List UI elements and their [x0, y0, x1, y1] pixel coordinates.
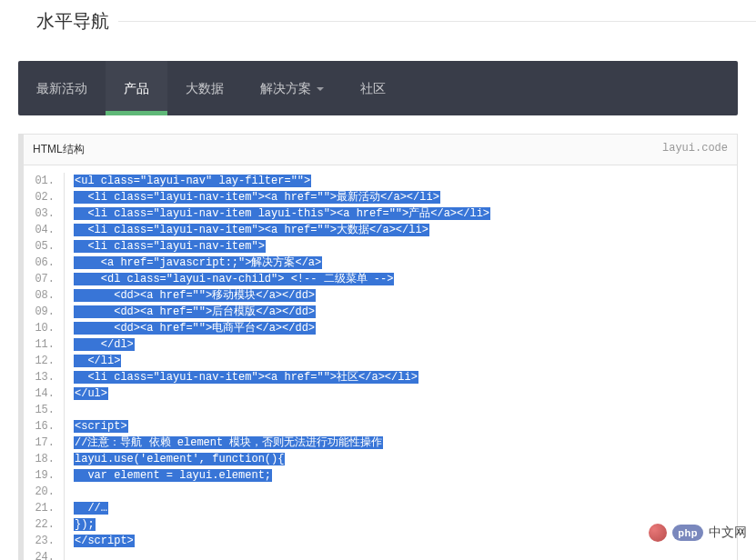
code-header: HTML结构 layui.code — [24, 135, 737, 165]
line-content[interactable]: </script> — [65, 533, 144, 549]
code-line: 11. </dl> — [24, 336, 737, 353]
nav-item-1[interactable]: 产品 — [106, 61, 167, 115]
code-line: 17.//注意：导航 依赖 element 模块，否则无法进行功能性操作 — [24, 435, 737, 451]
nav-item-2[interactable]: 大数据 — [167, 61, 242, 115]
code-title: HTML结构 — [33, 142, 85, 157]
code-block: HTML结构 layui.code 01.<ul class="layui-na… — [18, 134, 738, 560]
line-content[interactable]: <li class="layui-nav-item layui-this"><a… — [65, 205, 499, 222]
nav-item-label: 产品 — [124, 81, 149, 95]
site-watermark: php 中文网 — [649, 524, 747, 542]
line-number: 11. — [24, 336, 65, 353]
line-number: 04. — [24, 222, 65, 238]
code-line: 15. — [24, 402, 737, 418]
line-content[interactable]: <li class="layui-nav-item"><a href="">大数… — [65, 222, 438, 238]
code-line: 14.</ul> — [24, 385, 737, 402]
line-number: 12. — [24, 353, 65, 369]
line-number: 24. — [24, 549, 65, 560]
code-line: 10. <dd><a href="">电商平台</a></dd> — [24, 320, 737, 336]
code-line: 08. <dd><a href="">移动模块</a></dd> — [24, 287, 737, 304]
code-line: 21. //… — [24, 500, 737, 516]
line-number: 02. — [24, 189, 65, 205]
line-content[interactable]: <a href="javascript:;">解决方案</a> — [65, 255, 331, 271]
line-number: 20. — [24, 484, 65, 500]
nav-item-4[interactable]: 社区 — [342, 61, 404, 115]
code-line: 07. <dl class="layui-nav-child"> <!-- 二级… — [24, 271, 737, 287]
horizontal-nav: 最新活动产品大数据解决方案社区 — [18, 61, 738, 115]
line-content[interactable]: <ul class="layui-nav" lay-filter=""> — [65, 173, 320, 189]
code-line: 09. <dd><a href="">后台模版</a></dd> — [24, 304, 737, 320]
nav-item-label: 大数据 — [186, 81, 224, 95]
line-number: 23. — [24, 533, 65, 549]
line-content[interactable]: </ul> — [65, 385, 117, 402]
line-number: 09. — [24, 304, 65, 320]
code-line: 19. var element = layui.element; — [24, 467, 737, 484]
nav-item-label: 社区 — [360, 81, 386, 95]
code-line: 04. <li class="layui-nav-item"><a href="… — [24, 222, 737, 238]
line-content[interactable]: <li class="layui-nav-item"><a href="">最新… — [65, 189, 449, 205]
line-number: 03. — [24, 205, 65, 222]
line-number: 22. — [24, 516, 65, 533]
line-number: 06. — [24, 255, 65, 271]
line-content[interactable]: <dd><a href="">后台模版</a></dd> — [65, 304, 325, 320]
line-content[interactable]: </dl> — [65, 336, 144, 353]
nav-item-label: 解决方案 — [260, 81, 311, 95]
line-content[interactable]: <li class="layui-nav-item"><a href="">社区… — [65, 369, 428, 385]
line-content[interactable]: <dl class="layui-nav-child"> <!-- 二级菜单 -… — [65, 271, 403, 287]
code-line: 18.layui.use('element', function(){ — [24, 451, 737, 467]
nav-item-3[interactable]: 解决方案 — [242, 61, 342, 115]
code-line: 13. <li class="layui-nav-item"><a href="… — [24, 369, 737, 385]
line-number: 21. — [24, 500, 65, 516]
code-line: 12. </li> — [24, 353, 737, 369]
section-title: 水平导航 — [18, 9, 118, 34]
code-line: 20. — [24, 484, 737, 500]
code-line: 16.<script> — [24, 418, 737, 435]
code-brand: layui.code — [662, 142, 728, 157]
code-line: 23.</script> — [24, 533, 737, 549]
line-number: 08. — [24, 287, 65, 304]
line-number: 18. — [24, 451, 65, 467]
code-line: 06. <a href="javascript:;">解决方案</a> — [24, 255, 737, 271]
line-number: 13. — [24, 369, 65, 385]
line-content[interactable]: //注意：导航 依赖 element 模块，否则无法进行功能性操作 — [65, 435, 392, 451]
nav-item-0[interactable]: 最新活动 — [18, 61, 106, 115]
code-line: 01.<ul class="layui-nav" lay-filter=""> — [24, 173, 737, 189]
nav-item-label: 最新活动 — [36, 81, 87, 95]
code-list: 01.<ul class="layui-nav" lay-filter="">0… — [24, 165, 737, 560]
section-fieldset: 水平导航 — [18, 9, 756, 43]
line-content[interactable]: <dd><a href="">移动模块</a></dd> — [65, 287, 325, 304]
line-number: 19. — [24, 467, 65, 484]
code-line: 02. <li class="layui-nav-item"><a href="… — [24, 189, 737, 205]
code-line: 05. <li class="layui-nav-item"> — [24, 238, 737, 255]
line-number: 14. — [24, 385, 65, 402]
line-number: 15. — [24, 402, 65, 418]
code-line: 03. <li class="layui-nav-item layui-this… — [24, 205, 737, 222]
watermark-php-badge: php — [672, 525, 703, 541]
line-content[interactable] — [65, 402, 89, 418]
line-number: 10. — [24, 320, 65, 336]
line-content[interactable]: }); — [65, 516, 105, 533]
line-number: 17. — [24, 435, 65, 451]
line-content[interactable] — [65, 484, 96, 500]
line-content[interactable]: //… — [65, 500, 117, 516]
line-content[interactable]: <script> — [65, 418, 137, 435]
code-line: 24. — [24, 549, 737, 560]
line-content[interactable]: var element = layui.element; — [65, 467, 281, 484]
line-content[interactable]: </li> — [65, 353, 130, 369]
line-content[interactable]: <dd><a href="">电商平台</a></dd> — [65, 320, 325, 336]
line-content[interactable]: <li class="layui-nav-item"> — [65, 238, 275, 255]
line-number: 16. — [24, 418, 65, 435]
chevron-down-icon — [317, 87, 324, 95]
watermark-sphere-icon — [649, 524, 667, 542]
line-number: 05. — [24, 238, 65, 255]
line-number: 07. — [24, 271, 65, 287]
line-number: 01. — [24, 173, 65, 189]
line-content[interactable]: layui.use('element', function(){ — [65, 451, 294, 467]
code-line: 22.}); — [24, 516, 737, 533]
watermark-text: 中文网 — [709, 525, 747, 541]
